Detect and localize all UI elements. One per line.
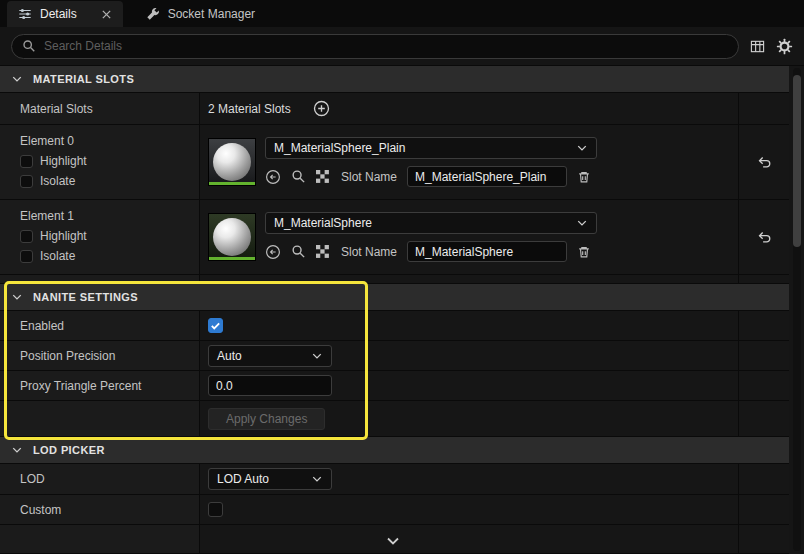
section-header-nanite-settings[interactable]: NANITE SETTINGS <box>0 284 789 311</box>
isolate-label: Isolate <box>40 249 75 263</box>
material-slots-label: Material Slots <box>20 102 93 116</box>
highlight-checkbox[interactable] <box>20 155 33 168</box>
chevron-down-icon <box>11 73 23 85</box>
details-body: MATERIAL SLOTS Material Slots 2 Material… <box>0 66 789 554</box>
apply-changes-row: Apply Changes <box>0 401 789 437</box>
add-material-slot-button[interactable] <box>313 100 330 117</box>
custom-label: Custom <box>20 503 61 517</box>
position-precision-row: Position Precision Auto <box>0 341 789 371</box>
material-element-row-0: Element 0 Highlight Isolate <box>0 125 789 200</box>
wrench-icon <box>146 7 160 21</box>
view-options-icon[interactable] <box>750 39 765 54</box>
nanite-enabled-row: Enabled <box>0 311 789 341</box>
chevron-down-icon <box>576 142 588 154</box>
tab-bar: Details Socket Manager <box>0 0 804 27</box>
trash-icon[interactable] <box>577 170 591 184</box>
reset-to-default-button[interactable] <box>756 154 772 170</box>
highlight-label: Highlight <box>40 229 87 243</box>
material-select[interactable]: M_MaterialSphere_Plain <box>265 137 597 159</box>
material-thumbnail[interactable] <box>208 213 256 261</box>
section-title-material-slots: MATERIAL SLOTS <box>33 73 134 85</box>
tab-socket-manager-label: Socket Manager <box>168 7 255 21</box>
chevron-down-icon <box>311 350 323 362</box>
lod-select[interactable]: LOD Auto <box>208 468 332 490</box>
position-precision-label: Position Precision <box>20 349 115 363</box>
spacer-row <box>0 275 789 284</box>
material-sphere-preview <box>213 143 251 181</box>
isolate-checkbox[interactable] <box>20 175 33 188</box>
enabled-label: Enabled <box>20 319 64 333</box>
scrollbar-thumb[interactable] <box>793 75 801 247</box>
asset-type-underline <box>209 257 255 260</box>
search-icon <box>22 39 36 53</box>
nanite-enabled-checkbox[interactable] <box>208 318 223 333</box>
material-select-value: M_MaterialSphere_Plain <box>274 141 405 155</box>
pick-asset-icon[interactable] <box>316 245 329 258</box>
lod-label: LOD <box>20 472 45 486</box>
toolbar-icons <box>750 38 793 55</box>
material-sphere-preview <box>213 218 251 256</box>
tab-details[interactable]: Details <box>7 1 123 27</box>
material-slots-count: 2 Material Slots <box>208 102 291 116</box>
highlight-checkbox[interactable] <box>20 230 33 243</box>
chevron-down-icon <box>311 473 323 485</box>
lod-row: LOD LOD Auto <box>0 464 789 495</box>
search-input[interactable] <box>44 39 728 53</box>
gear-icon[interactable] <box>776 38 793 55</box>
material-select-value: M_MaterialSphere <box>274 216 372 230</box>
section-title-nanite-settings: NANITE SETTINGS <box>33 291 138 303</box>
position-precision-select[interactable]: Auto <box>208 345 332 367</box>
sliders-icon <box>18 7 32 21</box>
position-precision-value: Auto <box>217 349 242 363</box>
chevron-down-icon <box>11 444 23 456</box>
browse-to-asset-icon[interactable] <box>291 244 306 259</box>
pick-asset-icon[interactable] <box>316 170 329 183</box>
material-thumbnail[interactable] <box>208 138 256 186</box>
use-selected-asset-icon[interactable] <box>265 169 281 185</box>
isolate-label: Isolate <box>40 174 75 188</box>
custom-row: Custom <box>0 495 789 525</box>
custom-checkbox[interactable] <box>208 502 223 517</box>
section-header-lod-picker[interactable]: LOD PICKER <box>0 437 789 464</box>
proxy-triangle-input[interactable] <box>208 375 332 396</box>
material-element-row-1: Element 1 Highlight Isolate <box>0 200 789 275</box>
reset-to-default-button[interactable] <box>756 229 772 245</box>
scrollbar-track[interactable] <box>793 68 801 551</box>
use-selected-asset-icon[interactable] <box>265 244 281 260</box>
details-panel-window: Details Socket Manager <box>0 0 804 554</box>
tab-details-label: Details <box>40 7 77 21</box>
asset-type-underline <box>209 182 255 185</box>
tab-socket-manager[interactable]: Socket Manager <box>135 1 266 27</box>
trash-icon[interactable] <box>577 245 591 259</box>
slot-name-input[interactable] <box>407 241 567 262</box>
slot-name-input[interactable] <box>407 166 567 187</box>
search-row <box>0 27 804 66</box>
element-name: Element 1 <box>20 209 74 223</box>
element-name: Element 0 <box>20 134 74 148</box>
material-slots-count-row: Material Slots 2 Material Slots <box>0 93 789 125</box>
isolate-checkbox[interactable] <box>20 250 33 263</box>
lod-select-value: LOD Auto <box>217 472 269 486</box>
section-title-lod-picker: LOD PICKER <box>33 444 105 456</box>
slot-name-label: Slot Name <box>341 245 397 259</box>
search-box <box>11 34 739 59</box>
proxy-triangle-row: Proxy Triangle Percent <box>0 371 789 401</box>
browse-to-asset-icon[interactable] <box>291 169 306 184</box>
material-select[interactable]: M_MaterialSphere <box>265 212 597 234</box>
section-header-material-slots[interactable]: MATERIAL SLOTS <box>0 66 789 93</box>
close-icon[interactable] <box>101 9 112 20</box>
chevron-down-icon <box>11 291 23 303</box>
apply-changes-button[interactable]: Apply Changes <box>208 408 325 430</box>
scroll-down-chevron-icon[interactable] <box>385 533 401 549</box>
highlight-label: Highlight <box>40 154 87 168</box>
proxy-triangle-label: Proxy Triangle Percent <box>20 379 141 393</box>
chevron-down-icon <box>576 217 588 229</box>
slot-name-label: Slot Name <box>341 170 397 184</box>
